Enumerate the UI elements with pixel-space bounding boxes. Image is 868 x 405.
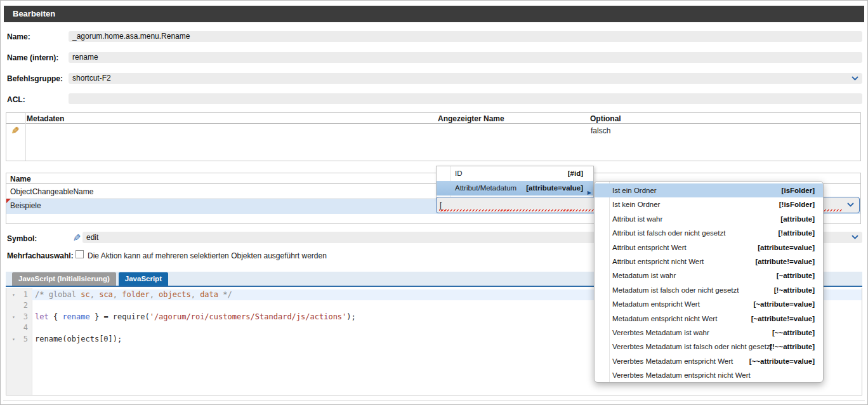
menu-item-label: Attribut entspricht Wert — [612, 241, 687, 255]
menu-item-label: Vererbtes Metadatum ist falsch oder nich… — [612, 340, 772, 354]
dialog-title: Bearbeiten — [4, 6, 864, 22]
symbol-label: Symbol: — [7, 234, 37, 243]
menu-item-label: Metadatum ist wahr — [612, 269, 676, 282]
tab-javascript-initialisierung[interactable]: JavaScript (Initialisierung) — [12, 272, 116, 286]
acl-input[interactable] — [69, 93, 862, 104]
edit-value: [ — [440, 201, 442, 209]
metadata-table: Metadaten Angezeigter Name Optional ✎ fa… — [6, 112, 861, 161]
symbol-pencil-icon: ✎ — [73, 233, 81, 242]
menu-item-label: Attribut entspricht nicht Wert — [612, 255, 704, 269]
menu-item-label: Ist ein Ordner — [612, 183, 657, 197]
fold-arrow-icon[interactable]: ▾ — [12, 312, 15, 322]
placeholder-context-menu: ID[#id]Attribut/Metadatum[attribute=valu… — [436, 166, 594, 200]
metadata-table-header: Metadaten Angezeigter Name Optional — [6, 113, 860, 124]
chevron-down-icon[interactable] — [852, 76, 858, 81]
menu-item-shortcut: [~~attribute=value] — [749, 354, 815, 368]
chevron-down-icon[interactable] — [852, 235, 858, 240]
submenu-item[interactable]: Attribut ist falsch oder nicht gesetzt[!… — [595, 226, 823, 240]
menu-item-shortcut: [isFolder] — [782, 183, 815, 197]
submenu-item[interactable]: Attribut entspricht nicht Wert[attribute… — [595, 255, 823, 269]
menu-item-label: Attribut/Metadatum — [455, 181, 516, 196]
menu-item-shortcut: [~attribute!=value] — [751, 312, 815, 326]
edit-dialog: Bearbeiten Name: _agorum.home.asa.menu.R… — [0, 0, 868, 405]
line-number: ▾5 — [6, 334, 32, 345]
menu-item-label: Metadatum entspricht Wert — [612, 297, 700, 311]
befehlsgruppe-value: shortcut-F2 — [72, 74, 111, 83]
col-optional: Optional — [590, 114, 621, 123]
edit-row-pencil-icon[interactable]: ✎ — [11, 126, 20, 135]
menu-item-shortcut: [!attribute] — [779, 226, 815, 240]
submenu-item[interactable]: Vererbtes Metadatum ist wahr[~~attribute… — [595, 326, 823, 340]
fold-arrow-icon[interactable]: ▾ — [12, 289, 15, 300]
menu-item-shortcut: [~attribute=value] — [754, 297, 815, 311]
menu-item-shortcut: [!isFolder] — [779, 197, 815, 211]
submenu-item[interactable]: Metadatum ist falsch oder nicht gesetzt[… — [595, 283, 823, 297]
menu-item-label: ID — [455, 166, 463, 181]
context-menu-item[interactable]: ID[#id] — [437, 166, 593, 181]
menu-item-shortcut: [!~~attribute] — [770, 340, 815, 354]
menu-item-label: Ist kein Ordner — [612, 197, 660, 211]
menu-item-shortcut: [attribute] — [780, 212, 815, 226]
submenu-item[interactable]: Vererbtes Metadatum entspricht Wert[~~at… — [595, 354, 823, 368]
menu-item-label: Attribut ist falsch oder nicht gesetzt — [612, 226, 725, 240]
line-number: 4 — [6, 322, 32, 333]
mehrfachauswahl-checkbox[interactable] — [76, 250, 84, 258]
col-metadaten: Metadaten — [27, 114, 64, 123]
name-input[interactable]: _agorum.home.asa.menu.Rename — [69, 31, 862, 42]
condition-submenu: Ist ein Ordner[isFolder]Ist kein Ordner[… — [594, 181, 824, 383]
befehlsgruppe-select[interactable]: shortcut-F2 — [69, 73, 862, 84]
submenu-item[interactable]: Attribut entspricht Wert[attribute=value… — [595, 241, 823, 255]
befehlsgruppe-label: Befehlsgruppe: — [7, 74, 63, 83]
symbol-value: edit — [86, 233, 98, 242]
acl-label: ACL: — [7, 95, 25, 104]
menu-item-shortcut: [#id] — [568, 166, 583, 181]
name-intern-input[interactable]: rename — [69, 52, 862, 63]
mehrfachauswahl-label: Mehrfachauswahl: — [7, 251, 74, 260]
menu-item-label: Metadatum entspricht nicht Wert — [612, 312, 717, 326]
submenu-item[interactable]: Ist kein Ordner[!isFolder] — [595, 197, 823, 211]
menu-item-shortcut: [attribute!=value] — [755, 255, 815, 269]
menu-item-label: Vererbtes Metadatum ist wahr — [612, 326, 709, 340]
column-divider — [25, 113, 26, 161]
menu-item-label: Metadatum ist falsch oder nicht gesetzt — [612, 283, 739, 297]
submenu-item[interactable]: Vererbtes Metadatum ist falsch oder nich… — [595, 340, 823, 354]
submenu-item[interactable]: Ist ein Ordner[isFolder] — [595, 183, 823, 197]
name-intern-label: Name (intern): — [7, 53, 58, 62]
dialog-bottom-border — [3, 400, 865, 401]
menu-item-label: Vererbtes Metadatum entspricht Wert — [612, 354, 733, 368]
submenu-item[interactable]: Vererbtes Metadatum entspricht nicht Wer… — [595, 368, 823, 382]
modified-marker — [6, 199, 11, 203]
line-number: 2 — [6, 300, 32, 311]
menu-item-label: Attribut ist wahr — [612, 212, 662, 226]
line-number: ▾3 — [6, 312, 32, 322]
submenu-item[interactable]: Metadatum entspricht nicht Wert[~attribu… — [595, 312, 823, 326]
submenu-item[interactable]: Metadatum ist wahr[~attribute] — [595, 269, 823, 282]
mehrfachauswahl-description: Die Aktion kann auf mehreren selektierte… — [88, 251, 327, 260]
chevron-down-icon[interactable] — [847, 202, 854, 208]
context-menu-item[interactable]: Attribut/Metadatum[attribute=value]▶ — [437, 181, 593, 196]
optional-value: falsch — [591, 126, 610, 135]
submenu-item[interactable]: Metadatum entspricht Wert[~attribute=val… — [595, 297, 823, 311]
fold-arrow-icon[interactable]: ▾ — [12, 334, 15, 345]
menu-item-shortcut: [~attribute] — [777, 269, 815, 282]
tab-javascript[interactable]: JavaScript — [119, 272, 168, 286]
col-angezeigter-name: Angezeigter Name — [438, 114, 504, 123]
menu-item-shortcut: [attribute=value] — [526, 181, 583, 196]
submenu-item[interactable]: Attribut ist wahr[attribute] — [595, 212, 823, 226]
name-label: Name: — [7, 32, 30, 41]
menu-item-shortcut: [attribute=value] — [758, 241, 815, 255]
col-name: Name — [10, 175, 31, 183]
menu-item-shortcut: [~~attribute] — [772, 326, 815, 340]
menu-item-shortcut: [!~attribute] — [774, 283, 815, 297]
line-number: ▾1 — [6, 289, 32, 300]
menu-item-label: Vererbtes Metadatum entspricht nicht Wer… — [612, 368, 751, 382]
